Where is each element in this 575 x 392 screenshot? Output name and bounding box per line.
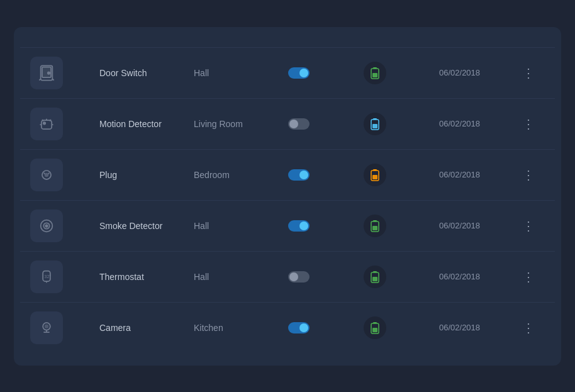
svg-rect-6 (373, 67, 377, 69)
svg-rect-42 (373, 322, 377, 323)
toggle-thumb (299, 69, 308, 77)
table-row: Smoke Detector Hall 06/02/2018 ⋮ (20, 200, 555, 251)
row-more-button[interactable]: ⋮ (520, 64, 537, 82)
device-status[interactable] (288, 220, 364, 232)
device-icon-cell (30, 210, 99, 242)
battery-icon (364, 164, 386, 186)
svg-text:32°: 32° (45, 274, 52, 279)
device-location: Bedroom (194, 170, 288, 180)
device-icon-motion-detector (30, 108, 63, 140)
toggle-thumb (299, 323, 308, 332)
toggle-thumb (289, 120, 298, 128)
svg-point-2 (48, 72, 50, 74)
toggle-thumb (299, 171, 308, 179)
device-icon-thermostat: 32° (30, 260, 63, 293)
toggle-thumb (289, 272, 298, 281)
device-name: Door Switch (99, 68, 194, 78)
toggle-track[interactable] (288, 67, 310, 79)
device-location: Living Room (194, 119, 288, 129)
device-icon-plug (30, 159, 63, 191)
device-name: Motion Detector (99, 119, 194, 129)
device-icon-cell (30, 57, 99, 89)
svg-point-19 (45, 173, 48, 176)
battery-icon (364, 113, 386, 135)
row-more-button[interactable]: ⋮ (520, 268, 537, 286)
device-status[interactable] (288, 67, 364, 79)
battery-icon (364, 316, 386, 339)
table-row: Motion Detector Living Room 06/02/2018 ⋮ (20, 98, 555, 149)
toggle-track[interactable] (288, 169, 310, 181)
row-more-button[interactable]: ⋮ (520, 217, 537, 235)
svg-point-38 (45, 325, 48, 328)
svg-rect-36 (372, 277, 377, 281)
row-more-button[interactable]: ⋮ (520, 115, 537, 133)
battery-cell (364, 113, 439, 135)
battery-icon (364, 215, 386, 237)
battery-icon (364, 266, 386, 288)
battery-icon (364, 62, 386, 84)
device-date: 06/02/2018 (439, 272, 520, 281)
row-more-button[interactable]: ⋮ (520, 319, 537, 337)
device-icon-cell: 32° (30, 260, 99, 293)
device-status[interactable] (288, 118, 364, 130)
battery-cell (364, 164, 439, 186)
svg-line-3 (39, 79, 40, 80)
svg-point-27 (45, 225, 48, 227)
device-location: Kitchen (194, 323, 288, 333)
table-row: Camera Kitchen 06/02/2018 ⋮ (20, 302, 555, 353)
device-name: Camera (99, 323, 194, 333)
svg-rect-35 (373, 271, 377, 272)
table-row: Plug Bedroom 06/02/2018 ⋮ (20, 149, 555, 200)
device-table-container: Door Switch Hall 06/02/2018 ⋮ (14, 27, 561, 366)
svg-rect-29 (373, 220, 377, 221)
toggle-track[interactable] (288, 220, 310, 232)
toggle-track[interactable] (288, 322, 310, 333)
battery-cell (364, 62, 439, 84)
device-status[interactable] (288, 169, 364, 181)
device-name: Thermostat (99, 272, 194, 282)
table-header (20, 27, 555, 47)
svg-rect-24 (372, 175, 377, 179)
svg-rect-17 (372, 124, 377, 128)
device-status[interactable] (288, 322, 364, 333)
device-name: Plug (99, 170, 194, 180)
device-date: 06/02/2018 (439, 323, 520, 332)
device-date: 06/02/2018 (439, 170, 520, 179)
device-location: Hall (194, 68, 288, 78)
device-icon-cell (30, 108, 99, 140)
table-body: Door Switch Hall 06/02/2018 ⋮ (20, 47, 555, 353)
device-icon-camera (30, 311, 63, 344)
battery-cell (364, 266, 439, 288)
svg-rect-16 (373, 118, 377, 120)
device-name: Smoke Detector (99, 221, 194, 231)
device-date: 06/02/2018 (439, 221, 520, 230)
device-location: Hall (194, 272, 288, 282)
svg-point-9 (43, 122, 46, 125)
device-location: Hall (194, 221, 288, 231)
battery-cell (364, 316, 439, 339)
device-date: 06/02/2018 (439, 119, 520, 128)
toggle-thumb (299, 221, 308, 230)
svg-rect-8 (42, 120, 52, 129)
table-row: Door Switch Hall 06/02/2018 ⋮ (20, 47, 555, 98)
svg-rect-23 (373, 169, 377, 171)
device-icon-cell (30, 311, 99, 344)
device-date: 06/02/2018 (439, 68, 520, 77)
device-icon-smoke-detector (30, 210, 63, 242)
toggle-track[interactable] (288, 118, 310, 130)
toggle-track[interactable] (288, 271, 310, 283)
svg-rect-30 (372, 226, 377, 230)
svg-rect-7 (372, 73, 377, 77)
battery-cell (364, 215, 439, 237)
device-icon-door-switch (30, 57, 63, 89)
table-row: 32° Thermostat Hall 06/02/2018 ⋮ (20, 251, 555, 302)
device-status[interactable] (288, 271, 364, 283)
svg-rect-43 (372, 328, 377, 332)
device-icon-cell (30, 159, 99, 191)
row-more-button[interactable]: ⋮ (520, 166, 537, 184)
